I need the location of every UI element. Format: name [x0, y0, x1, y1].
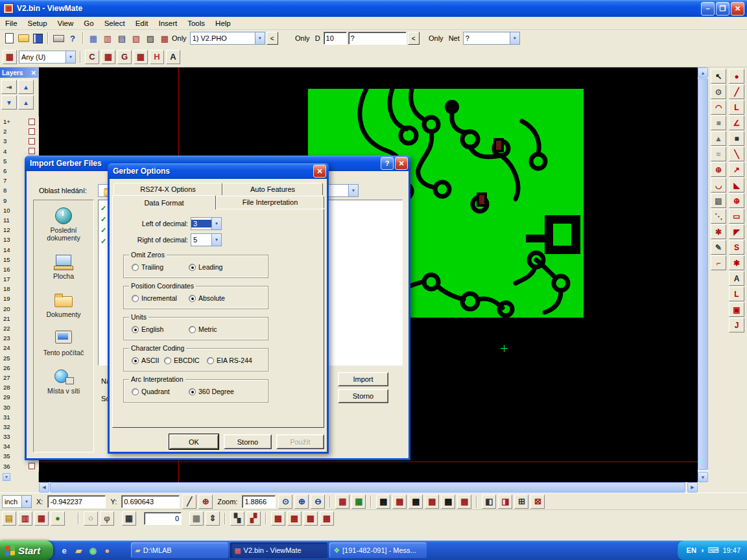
view-option-icon[interactable]: ◧	[482, 495, 496, 509]
language-indicator[interactable]: EN	[687, 546, 696, 554]
vertical-scrollbar[interactable]: ▲ ▼	[698, 67, 708, 482]
zoom-tool-icon[interactable]: ⊖	[311, 495, 325, 509]
view-option-icon[interactable]: ⊠	[530, 495, 545, 509]
layer-row[interactable]: 4	[0, 146, 39, 156]
place-item[interactable]: Plocha	[35, 253, 92, 280]
quick-launch-icon[interactable]: e	[58, 544, 70, 556]
edit-tool-icon[interactable]: ◤	[729, 224, 744, 239]
checked-checkbox-icon[interactable]: ✓	[101, 226, 106, 235]
place-item[interactable]: Místa v síti	[35, 368, 92, 395]
draw-tool-icon[interactable]: ■	[711, 115, 726, 130]
edit-tool-icon[interactable]: ▭	[729, 209, 744, 224]
left-of-decimal-combobox[interactable]: 3 ▼	[191, 217, 222, 230]
layers-close-icon[interactable]: ✕	[31, 69, 36, 76]
quick-launch-icon[interactable]: ▰	[73, 544, 84, 556]
radio-incremental[interactable]: Incremental	[132, 294, 177, 302]
print-icon[interactable]	[52, 32, 65, 45]
layer-row[interactable]: 3	[0, 136, 39, 146]
snap-tool-icon[interactable]: ▦	[189, 511, 204, 526]
task-button[interactable]: ❖ [191-482-091] - Mess...	[329, 542, 427, 558]
fill-mode-icon[interactable]: ▚	[230, 511, 244, 526]
radio-ebcdic[interactable]: EBCDIC	[164, 356, 200, 364]
fill-mode-icon[interactable]: ▞	[246, 511, 261, 526]
menu-item[interactable]: View	[53, 17, 79, 29]
apply-button[interactable]: Použít	[276, 434, 324, 449]
dropdown-arrow-icon[interactable]: ▼	[255, 32, 265, 44]
radio-leading[interactable]: Leading	[189, 263, 222, 271]
tab-auto-features[interactable]: Auto Features	[222, 183, 323, 195]
checked-checkbox-icon[interactable]: ✓	[101, 204, 106, 213]
selection-mode-icon[interactable]: ▦	[101, 50, 115, 64]
open-file-icon[interactable]	[17, 32, 30, 45]
toolbar-pattern-icon[interactable]: ▥	[101, 32, 114, 45]
edit-tool-icon[interactable]: ✱	[729, 255, 744, 270]
quick-launch-icon[interactable]: ◉	[87, 544, 99, 556]
dropdown-arrow-icon[interactable]: ▼	[65, 51, 75, 63]
aperture-display-icon[interactable]: ▩	[303, 511, 318, 526]
display-mode-icon[interactable]: ▩	[457, 495, 471, 509]
layer-row[interactable]: 36	[0, 461, 39, 471]
units-combobox[interactable]: inch ▼	[2, 495, 32, 508]
status-tool-icon[interactable]: ▤	[2, 511, 16, 526]
display-mode-icon[interactable]: ▩	[376, 495, 390, 509]
save-file-icon[interactable]	[31, 32, 44, 45]
scroll-left-icon[interactable]: ◀	[39, 482, 49, 493]
display-mode-icon[interactable]: ▩	[441, 495, 455, 509]
snap-tool-icon[interactable]: ⇕	[206, 511, 220, 526]
dropdown-arrow-icon[interactable]: ▼	[348, 185, 358, 196]
menu-item[interactable]: Go	[78, 17, 99, 29]
net-combobox[interactable]: ? ▼	[463, 32, 520, 45]
layer-row[interactable]: 2	[0, 126, 39, 136]
radio-english[interactable]: English	[132, 325, 163, 333]
radio-trailing[interactable]: Trailing	[132, 263, 163, 271]
edit-tool-icon[interactable]: ◣	[729, 178, 744, 192]
probe-tool-icon[interactable]: ○	[84, 511, 98, 526]
tab-file-interpretation[interactable]: File Interpretation	[216, 196, 324, 208]
selection-mode-icon[interactable]: G	[117, 50, 132, 64]
draw-tool-icon[interactable]: ◡	[711, 178, 726, 192]
layers-tool-icon[interactable]: ▼	[1, 95, 17, 110]
radio-quadrant[interactable]: Quadrant	[132, 388, 170, 395]
tab-rs274x-options[interactable]: RS274-X Options	[113, 183, 222, 195]
task-button[interactable]: ▦ V2.bin - ViewMate	[230, 542, 327, 558]
vertical-scroll-thumb[interactable]	[698, 78, 708, 470]
radio-360-degree[interactable]: 360 Degree	[189, 388, 234, 395]
dropdown-arrow-icon[interactable]: ▼	[21, 496, 31, 508]
close-button[interactable]: ✕	[731, 2, 744, 16]
layer-color-swatch[interactable]	[29, 119, 35, 125]
checked-checkbox-icon[interactable]: ✓	[101, 215, 106, 224]
tray-icon[interactable]: ⌨	[707, 546, 718, 555]
layers-tool-icon[interactable]: ▲	[18, 80, 34, 94]
radio-absolute[interactable]: Absolute	[189, 294, 225, 302]
import-button[interactable]: Import	[338, 372, 388, 386]
edit-tool-icon[interactable]: ↗	[729, 162, 744, 177]
toolbar-pattern-icon[interactable]: ▩	[158, 32, 171, 45]
aperture-display-icon[interactable]: ▩	[271, 511, 285, 526]
layer-color-swatch[interactable]	[29, 138, 35, 145]
status-tool-icon[interactable]: ▥	[18, 511, 32, 526]
menu-item[interactable]: File	[0, 17, 23, 29]
quick-launch-icon[interactable]: ●	[101, 544, 113, 556]
layer-combobox[interactable]: 1) V2.PHO ▼	[190, 32, 265, 45]
selection-mode-icon[interactable]: C	[85, 50, 99, 64]
tab-data-format[interactable]: Data Format	[112, 195, 216, 209]
view-option-icon[interactable]: ◨	[498, 495, 512, 509]
place-item[interactable]: Tento počítač	[35, 329, 92, 356]
radio-metric[interactable]: Metric	[189, 325, 217, 333]
draw-tool-icon[interactable]: ⋱	[711, 209, 726, 224]
draw-tool-icon[interactable]: ≈	[711, 146, 726, 161]
maximize-button[interactable]: ❐	[716, 2, 729, 16]
layer-color-swatch[interactable]	[29, 128, 35, 135]
gerber-options-close-button[interactable]: ✕	[313, 165, 326, 178]
cancel-button[interactable]: Storno	[224, 434, 272, 449]
dropdown-arrow-icon[interactable]: ▼	[510, 32, 519, 44]
layers-tool-icon[interactable]: ⇥	[1, 80, 17, 94]
dropdown-arrow-icon[interactable]: ▼	[211, 218, 221, 229]
grid-settings-icon[interactable]: ▦	[122, 511, 136, 526]
toolbar-pattern-icon[interactable]: ▧	[130, 32, 143, 45]
toolbar-pattern-icon[interactable]: ▨	[144, 32, 157, 45]
measure-tool-icon[interactable]: ⊕	[198, 495, 213, 509]
draw-tool-icon[interactable]: ⊕	[711, 162, 726, 177]
menu-item[interactable]: Help	[210, 17, 236, 29]
status-tool-icon[interactable]: ▦	[34, 511, 49, 526]
